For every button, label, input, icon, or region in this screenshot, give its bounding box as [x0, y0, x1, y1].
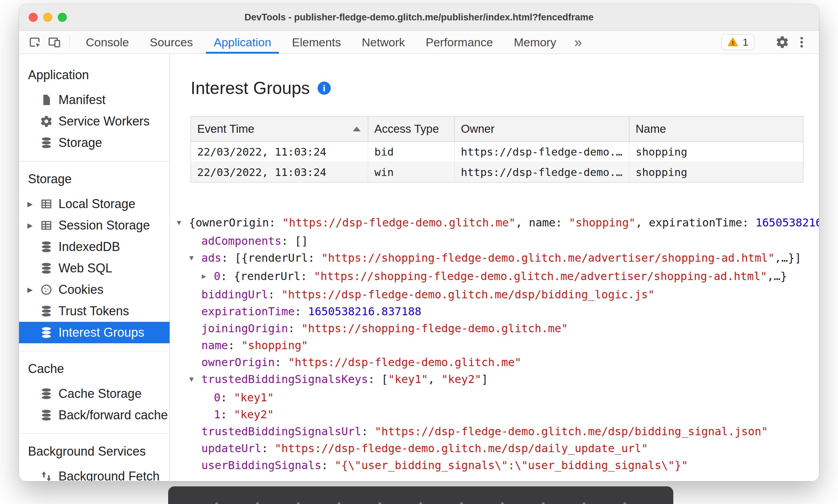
tree-key: updateUrl: [201, 442, 261, 455]
sidebar-item-storage[interactable]: Storage: [19, 132, 170, 153]
section-title: Application: [19, 57, 170, 89]
sidebar-item-interest-groups[interactable]: Interest Groups: [19, 322, 170, 343]
cell-name: shopping: [629, 162, 803, 183]
device-toolbar-icon: [47, 35, 61, 49]
zoom-window-button[interactable]: [58, 13, 67, 22]
window-title: DevTools - publisher-fledge-demo.glitch.…: [244, 12, 593, 23]
table-row[interactable]: 22/03/2022, 11:03:24 bid https://dsp-fle…: [191, 142, 803, 162]
tree-text: ]: [481, 373, 488, 386]
sidebar-item-trust-tokens[interactable]: Trust Tokens: [19, 300, 170, 322]
tree-text: {ownerOrigin:: [189, 216, 282, 229]
tab-performance[interactable]: Performance: [415, 31, 503, 54]
tree-line: userBiddingSignals: "{\"user_bidding_sig…: [177, 457, 819, 474]
expand-caret-icon[interactable]: [27, 200, 40, 208]
sidebar-item-label: Local Storage: [58, 197, 135, 211]
sidebar-item-label: Session Storage: [58, 218, 150, 233]
minimize-window-button[interactable]: [43, 13, 52, 22]
tab-memory[interactable]: Memory: [503, 31, 567, 54]
tree-key: name: [201, 339, 228, 352]
sidebar-item-web-sql[interactable]: Web SQL: [19, 258, 170, 279]
collapsed-arrow-icon[interactable]: ▶: [202, 268, 214, 285]
kebab-menu-icon: [795, 35, 809, 49]
sidebar-item-session-storage[interactable]: Session Storage: [19, 215, 170, 236]
table-header-row: Event Time Access Type Owner Name: [191, 116, 803, 142]
tree-line: adComponents: []: [177, 233, 819, 250]
manifest-icon: [40, 93, 53, 106]
tree-key: expirationTime: [201, 305, 295, 318]
tree-string-value: "shopping": [242, 339, 308, 352]
tree-key: 0: [214, 391, 220, 404]
table-icon: [40, 197, 53, 211]
sidebar-item-cache-storage[interactable]: Cache Storage: [19, 383, 170, 404]
close-window-button[interactable]: [29, 13, 38, 22]
expand-caret-icon[interactable]: [27, 286, 40, 294]
tree-line: biddingUrl: "https://dsp-fledge-demo.gli…: [177, 286, 819, 303]
tree-key: joiningOrigin: [201, 322, 288, 335]
tab-application[interactable]: Application: [203, 31, 281, 54]
table-icon: [40, 219, 53, 232]
devtools-window: DevTools - publisher-fledge-demo.glitch.…: [19, 4, 819, 481]
tree-line: ▼ads: [{renderUrl: "https://shopping-fle…: [177, 250, 819, 268]
tree-string-value: "https://shopping-fledge-demo.glitch.me": [301, 322, 568, 335]
inspect-element-button[interactable]: [25, 31, 45, 54]
info-icon[interactable]: [318, 82, 331, 95]
tree-string-value: "shopping": [569, 216, 636, 229]
cell-event-time: 22/03/2022, 11:03:24: [191, 142, 368, 162]
sidebar-item-back-forward-cache[interactable]: Back/forward cache: [19, 404, 170, 426]
sidebar-item-background-fetch[interactable]: Background Fetch: [19, 466, 170, 481]
tree-string-value: "https://shopping-fledge-demo.glitch.me/…: [314, 270, 767, 283]
tab-sources[interactable]: Sources: [139, 31, 203, 54]
tree-key: userBiddingSignals: [201, 459, 321, 472]
tree-text: , name:: [516, 216, 569, 229]
sidebar-item-label: Trust Tokens: [58, 304, 129, 318]
more-tabs-button[interactable]: »: [567, 31, 590, 54]
tree-key: ownerOrigin: [201, 356, 275, 369]
tab-elements[interactable]: Elements: [282, 31, 352, 54]
sidebar-item-service-workers[interactable]: Service Workers: [19, 111, 170, 132]
column-header-event-time[interactable]: Event Time: [191, 116, 368, 142]
tree-line: name: "shopping": [177, 337, 819, 354]
tree-string-value: "https://shopping-fledge-demo.glitch.me/…: [321, 251, 775, 264]
sidebar-section-application: Application Manifest Service Workers: [19, 57, 170, 161]
sidebar-section-storage: Storage Local Storage Session Storage: [19, 161, 170, 351]
column-header-access-type[interactable]: Access Type: [368, 116, 455, 142]
tree-key: 0: [214, 270, 220, 283]
column-header-name[interactable]: Name: [629, 116, 803, 142]
more-options-button[interactable]: [792, 35, 811, 49]
json-tree: ▼{ownerOrigin: "https://dsp-fledge-demo.…: [170, 214, 819, 474]
tree-string-value: "key1": [388, 373, 428, 386]
tree-string-value: "https://dsp-fledge-demo.glitch.me/dsp/d…: [275, 442, 648, 455]
expanded-arrow-icon[interactable]: ▼: [189, 371, 201, 388]
tree-text: :: [268, 288, 282, 301]
sidebar-item-cookies[interactable]: Cookies: [19, 279, 170, 300]
sidebar-item-label: Storage: [58, 136, 102, 150]
tab-console[interactable]: Console: [75, 31, 139, 54]
sidebar-item-local-storage[interactable]: Local Storage: [19, 193, 170, 215]
cell-access-type: win: [368, 162, 455, 183]
sidebar-item-label: Cache Storage: [58, 386, 142, 401]
sidebar-item-manifest[interactable]: Manifest: [19, 89, 170, 111]
expanded-arrow-icon[interactable]: ▼: [189, 250, 201, 267]
sidebar-item-label: Back/forward cache: [58, 408, 168, 422]
tree-number-value: 1650538216.837188: [308, 305, 421, 318]
sidebar-item-label: IndexedDB: [58, 240, 120, 254]
tree-text: :: [228, 339, 242, 352]
table-row[interactable]: 22/03/2022, 11:03:24 win https://dsp-fle…: [191, 162, 803, 183]
settings-button[interactable]: [773, 35, 792, 49]
macos-dock[interactable]: [168, 486, 673, 504]
desktop: DevTools - publisher-fledge-demo.glitch.…: [0, 0, 838, 504]
tree-text: :: [321, 459, 335, 472]
tree-line: trustedBiddingSignalsUrl: "https://dsp-f…: [177, 423, 819, 440]
column-header-owner[interactable]: Owner: [455, 116, 629, 142]
tree-key: 1: [214, 408, 220, 421]
sidebar-section-background-services: Background Services Background Fetch: [19, 434, 170, 481]
tab-network[interactable]: Network: [352, 31, 416, 54]
toggle-device-toolbar-button[interactable]: [45, 31, 64, 54]
tree-string-value: "https://dsp-fledge-demo.glitch.me": [288, 356, 521, 369]
titlebar[interactable]: DevTools - publisher-fledge-demo.glitch.…: [19, 4, 819, 31]
issues-warning-badge[interactable]: 1: [721, 34, 754, 50]
expanded-arrow-icon[interactable]: ▼: [177, 214, 189, 231]
sidebar-item-indexeddb[interactable]: IndexedDB: [19, 236, 170, 258]
tree-string-value: "key2": [441, 373, 482, 386]
expand-caret-icon[interactable]: [27, 221, 40, 230]
